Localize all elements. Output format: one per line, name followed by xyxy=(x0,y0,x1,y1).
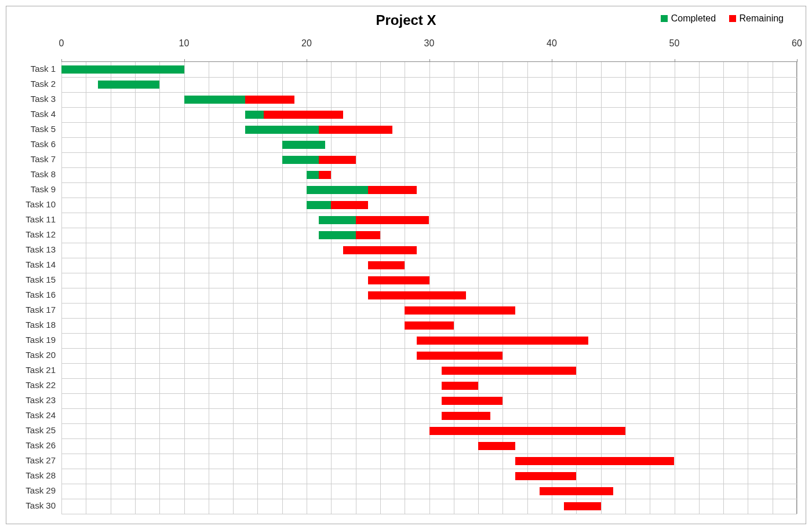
task-label: Task 9 xyxy=(31,184,56,194)
task-label: Task 23 xyxy=(26,395,56,405)
task-row: Task 13 xyxy=(61,243,797,258)
bar-remaining xyxy=(368,186,417,194)
task-row: Task 29 xyxy=(61,484,797,499)
task-label: Task 19 xyxy=(26,335,56,345)
task-label: Task 28 xyxy=(26,470,56,480)
task-label: Task 21 xyxy=(26,365,56,375)
task-label: Task 5 xyxy=(31,124,56,134)
bar-remaining xyxy=(478,442,515,450)
task-row: Task 7 xyxy=(61,152,797,168)
task-label: Task 20 xyxy=(26,350,56,360)
task-row: Task 17 xyxy=(61,303,797,319)
bar-completed xyxy=(61,65,184,74)
legend-item-remaining: Remaining xyxy=(729,13,784,24)
task-row: Task 12 xyxy=(61,228,797,243)
task-row: Task 10 xyxy=(61,198,797,213)
task-row: Task 4 xyxy=(61,107,797,123)
x-tick-label: 60 xyxy=(792,38,802,49)
legend-item-completed: Completed xyxy=(661,13,716,24)
bar-remaining xyxy=(245,96,294,104)
x-tick xyxy=(797,59,798,62)
bar-completed xyxy=(319,216,355,224)
bar-completed xyxy=(184,96,246,104)
task-label: Task 10 xyxy=(26,199,56,209)
bar-remaining xyxy=(515,457,675,465)
bar-remaining xyxy=(368,261,405,269)
task-label: Task 16 xyxy=(26,290,56,299)
bar-remaining xyxy=(442,397,503,405)
x-tick-label: 30 xyxy=(424,38,435,49)
bar-completed xyxy=(307,171,319,179)
task-label: Task 18 xyxy=(26,320,56,330)
bar-remaining xyxy=(356,216,429,224)
x-axis: 0102030405060 xyxy=(61,38,797,53)
task-row: Task 26 xyxy=(61,438,797,454)
task-label: Task 27 xyxy=(26,455,56,465)
x-tick-label: 40 xyxy=(547,38,557,49)
x-tick-label: 0 xyxy=(59,38,64,49)
bar-remaining xyxy=(343,246,417,254)
bar-completed xyxy=(319,231,355,239)
legend-label-remaining: Remaining xyxy=(740,13,784,24)
task-label: Task 29 xyxy=(26,485,56,495)
task-label: Task 25 xyxy=(26,425,56,435)
bar-remaining xyxy=(405,321,454,330)
task-row: Task 18 xyxy=(61,318,797,334)
gridline xyxy=(797,62,798,514)
x-tick-label: 50 xyxy=(669,38,680,49)
task-row: Task 2 xyxy=(61,77,797,93)
bar-remaining xyxy=(368,291,466,299)
task-row: Task 8 xyxy=(61,167,797,183)
task-label: Task 2 xyxy=(31,79,56,89)
bar-completed xyxy=(307,186,368,194)
x-tick-label: 10 xyxy=(179,38,190,49)
task-label: Task 11 xyxy=(26,214,56,224)
bar-completed xyxy=(282,156,319,164)
bar-remaining xyxy=(442,382,478,390)
bar-remaining xyxy=(405,306,515,315)
task-label: Task 8 xyxy=(31,169,56,179)
gantt-chart: Project X Completed Remaining 0102030405… xyxy=(6,6,806,524)
task-row: Task 30 xyxy=(61,499,797,514)
bar-remaining xyxy=(417,337,588,345)
task-row: Task 23 xyxy=(61,393,797,409)
task-label: Task 7 xyxy=(31,154,56,164)
task-label: Task 24 xyxy=(26,410,56,420)
bar-completed xyxy=(98,81,159,89)
legend-swatch-remaining xyxy=(729,15,736,22)
task-label: Task 3 xyxy=(31,94,56,104)
bar-remaining xyxy=(564,502,600,510)
bar-remaining xyxy=(515,472,577,480)
legend-label-completed: Completed xyxy=(671,13,716,24)
task-row: Task 14 xyxy=(61,258,797,273)
bar-remaining xyxy=(442,367,577,375)
bar-remaining xyxy=(368,276,429,284)
task-row: Task 22 xyxy=(61,378,797,394)
bar-remaining xyxy=(417,352,503,360)
task-label: Task 13 xyxy=(26,244,56,254)
x-tick-label: 20 xyxy=(301,38,312,49)
task-row: Task 1 xyxy=(61,62,797,78)
task-row: Task 21 xyxy=(61,363,797,379)
task-label: Task 30 xyxy=(26,500,56,510)
task-row: Task 9 xyxy=(61,182,797,198)
task-label: Task 22 xyxy=(26,380,56,390)
bar-remaining xyxy=(319,171,331,179)
task-row: Task 6 xyxy=(61,137,797,153)
task-row: Task 28 xyxy=(61,469,797,484)
bar-remaining xyxy=(356,231,380,239)
task-row: Task 27 xyxy=(61,454,797,469)
bar-remaining xyxy=(264,111,343,119)
task-label: Task 12 xyxy=(26,229,56,239)
plot-area: Task 1Task 2Task 3Task 4Task 5Task 6Task… xyxy=(61,61,797,514)
task-label: Task 14 xyxy=(26,259,56,269)
task-row: Task 20 xyxy=(61,348,797,364)
bar-completed xyxy=(307,201,331,209)
task-row: Task 5 xyxy=(61,122,797,138)
task-row: Task 19 xyxy=(61,333,797,349)
task-label: Task 1 xyxy=(31,64,56,74)
bar-remaining xyxy=(331,201,367,209)
task-row: Task 3 xyxy=(61,92,797,108)
legend-swatch-completed xyxy=(661,15,668,22)
task-label: Task 15 xyxy=(26,275,56,284)
